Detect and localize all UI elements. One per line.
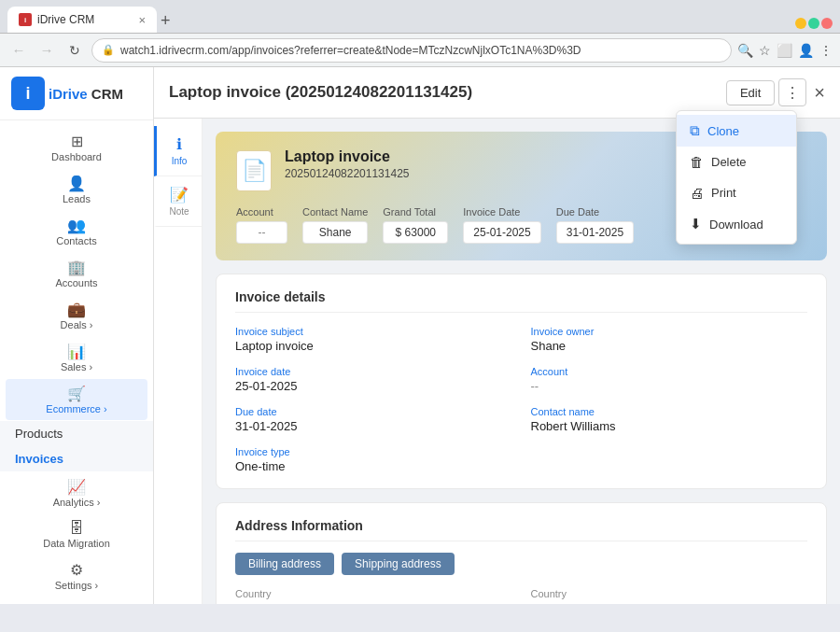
sidebar-item-leads[interactable]: 👤 Leads bbox=[6, 169, 147, 210]
sidebar: i iDrive CRM ⊞ Dashboard 👤 Leads 👥 Conta… bbox=[0, 67, 154, 604]
field-label: Country bbox=[531, 588, 808, 599]
window-maximize[interactable] bbox=[808, 18, 819, 29]
sidebar-item-label: Accounts bbox=[55, 277, 97, 288]
main-content: Laptop invoice (20250124082201131425) Ed… bbox=[154, 67, 840, 604]
sidebar-item-label: Ecommerce › bbox=[46, 403, 106, 414]
invoice-hero-title: Laptop invoice bbox=[285, 148, 409, 165]
new-tab-button[interactable]: + bbox=[161, 11, 171, 33]
refresh-button[interactable]: ↻ bbox=[63, 39, 86, 62]
tab-note[interactable]: 📝 Note bbox=[154, 176, 202, 227]
forward-button[interactable]: → bbox=[35, 39, 58, 62]
sidebar-item-label: Contacts bbox=[56, 235, 96, 246]
detail-value: -- bbox=[531, 379, 808, 393]
more-options-button[interactable]: ⋮ bbox=[778, 78, 806, 106]
dropdown-item-download[interactable]: ⬇ Download bbox=[677, 208, 796, 240]
sidebar-item-accounts[interactable]: 🏢 Accounts bbox=[6, 253, 147, 294]
field-value: USA bbox=[531, 601, 808, 604]
lock-icon: 🔒 bbox=[102, 44, 115, 56]
sidebar-footer: © iDrive Inc. bbox=[0, 603, 153, 604]
invoice-details-section: Invoice details Invoice subject Laptop i… bbox=[216, 274, 827, 489]
back-button[interactable]: ← bbox=[7, 39, 30, 62]
sidebar-item-data-migration[interactable]: 🗄 Data Migration bbox=[6, 514, 147, 555]
sidebar-item-ecommerce[interactable]: 🛒 Ecommerce › bbox=[6, 379, 147, 420]
data-migration-icon: 🗄 bbox=[69, 520, 84, 537]
browser-extension-icon[interactable]: ⬜ bbox=[777, 43, 792, 58]
detail-item-contact: Contact name Robert Williams bbox=[531, 406, 808, 433]
detail-item-type: Invoice type One-time bbox=[235, 446, 512, 473]
detail-value: Robert Williams bbox=[531, 419, 808, 433]
field-label: Contact Name bbox=[302, 206, 368, 218]
sidebar-item-label: Settings › bbox=[55, 580, 98, 591]
shipping-country: Country USA bbox=[531, 588, 808, 604]
detail-value: 31-01-2025 bbox=[235, 419, 512, 433]
invoice-field-date: Invoice Date 25-01-2025 bbox=[463, 206, 540, 244]
field-value: 25-01-2025 bbox=[463, 221, 540, 244]
tab-favicon: i bbox=[19, 13, 32, 26]
detail-label: Due date bbox=[235, 406, 512, 417]
browser-profile-icon[interactable]: 👤 bbox=[798, 43, 814, 58]
address-bar[interactable]: 🔒 watch1.idrivecrm.com/app/invoices?refe… bbox=[91, 38, 732, 63]
sidebar-item-dashboard[interactable]: ⊞ Dashboard bbox=[6, 127, 147, 168]
sidebar-item-analytics[interactable]: 📈 Analytics › bbox=[6, 472, 147, 513]
note-icon: 📝 bbox=[170, 186, 189, 204]
download-icon: ⬇ bbox=[690, 216, 702, 232]
accounts-icon: 🏢 bbox=[67, 259, 86, 276]
ecommerce-icon: 🛒 bbox=[67, 385, 86, 402]
sidebar-products-item[interactable]: Products bbox=[0, 421, 153, 446]
side-icon-tabs: ℹ Info 📝 Note bbox=[154, 119, 203, 604]
tab-label: Note bbox=[169, 206, 189, 217]
address-section: Address Information Billing address Ship… bbox=[216, 502, 827, 604]
dropdown-label: Clone bbox=[707, 124, 739, 138]
detail-value: One-time bbox=[235, 459, 512, 473]
sidebar-invoices-item[interactable]: Invoices bbox=[0, 446, 153, 471]
invoice-field-total: Grand Total $ 63000 bbox=[383, 206, 448, 244]
sidebar-item-label: Analytics › bbox=[53, 497, 101, 508]
sidebar-item-sales[interactable]: 📊 Sales › bbox=[6, 337, 147, 378]
dashboard-icon: ⊞ bbox=[71, 133, 83, 150]
shipping-address-tab[interactable]: Shipping address bbox=[342, 553, 455, 575]
tab-info[interactable]: ℹ Info bbox=[154, 126, 202, 176]
sidebar-item-settings[interactable]: ⚙ Settings › bbox=[6, 555, 147, 597]
leads-icon: 👤 bbox=[67, 175, 86, 192]
field-label: Due Date bbox=[556, 206, 634, 218]
dropdown-item-clone[interactable]: ⧉ Clone bbox=[677, 115, 796, 147]
browser-bookmark-icon[interactable]: ☆ bbox=[759, 43, 771, 58]
detail-item-due: Due date 31-01-2025 bbox=[235, 406, 512, 433]
close-button[interactable]: × bbox=[814, 82, 825, 104]
browser-tab[interactable]: i iDrive CRM × bbox=[7, 7, 157, 33]
dropdown-label: Delete bbox=[711, 155, 747, 169]
field-value: $ 63000 bbox=[383, 221, 448, 244]
settings-icon: ⚙ bbox=[70, 561, 83, 579]
dropdown-item-print[interactable]: 🖨 Print bbox=[677, 177, 796, 208]
detail-value: Laptop invoice bbox=[235, 339, 512, 353]
tab-close-icon[interactable]: × bbox=[138, 13, 146, 27]
url-text: watch1.idrivecrm.com/app/invoices?referr… bbox=[120, 44, 581, 57]
dropdown-item-delete[interactable]: 🗑 Delete bbox=[677, 147, 796, 177]
address-section-title: Address Information bbox=[235, 518, 807, 541]
sidebar-item-label: Leads bbox=[63, 193, 91, 204]
print-icon: 🖨 bbox=[690, 185, 704, 201]
sidebar-item-label: Dashboard bbox=[51, 151, 102, 162]
detail-item-owner: Invoice owner Shane bbox=[531, 326, 808, 353]
detail-item-account: Account -- bbox=[531, 366, 808, 393]
window-close[interactable] bbox=[821, 18, 833, 29]
delete-icon: 🗑 bbox=[690, 154, 704, 170]
page-header: Laptop invoice (20250124082201131425) Ed… bbox=[154, 67, 840, 119]
detail-label: Contact name bbox=[531, 406, 808, 417]
detail-label: Invoice type bbox=[235, 446, 512, 457]
edit-button[interactable]: Edit bbox=[726, 80, 775, 105]
detail-item-subject: Invoice subject Laptop invoice bbox=[235, 326, 512, 353]
sidebar-item-contacts[interactable]: 👥 Contacts bbox=[6, 211, 147, 252]
window-minimize[interactable] bbox=[795, 18, 806, 29]
analytics-icon: 📈 bbox=[67, 478, 86, 496]
deals-icon: 💼 bbox=[67, 301, 86, 318]
browser-menu-icon[interactable]: ⋮ bbox=[819, 43, 833, 58]
field-value: USA bbox=[235, 601, 512, 604]
field-label: Invoice Date bbox=[463, 206, 540, 218]
browser-search-icon[interactable]: 🔍 bbox=[737, 43, 753, 58]
sidebar-item-deals[interactable]: 💼 Deals › bbox=[6, 295, 147, 336]
sidebar-item-label: Sales › bbox=[61, 361, 92, 372]
invoice-field-due: Due Date 31-01-2025 bbox=[556, 206, 634, 244]
billing-address-tab[interactable]: Billing address bbox=[235, 553, 334, 575]
invoice-doc-icon: 📄 bbox=[236, 150, 272, 191]
